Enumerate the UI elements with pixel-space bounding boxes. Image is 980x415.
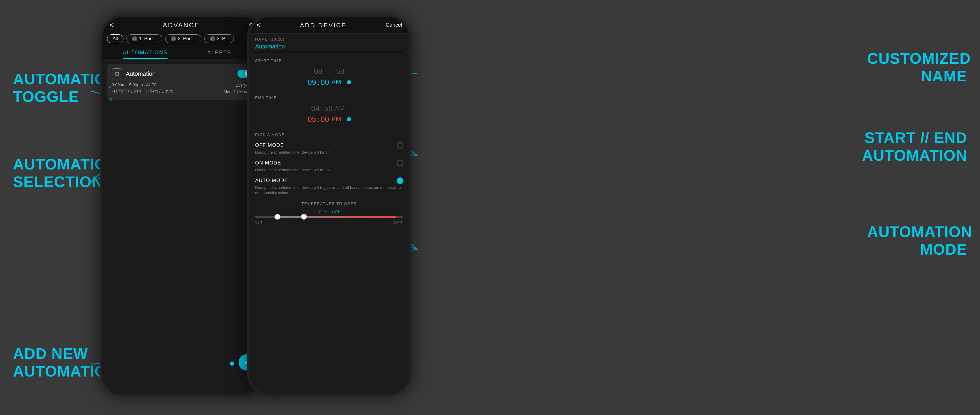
slider-ends: 32°F 194°F xyxy=(255,220,403,224)
automation-card-details: 9:00am - 5:00pm · AUTO · H 75°F / L 54°F… xyxy=(112,82,253,95)
p2-title: ADD DEVICE xyxy=(300,22,346,29)
sel-indicator-1 xyxy=(109,86,112,89)
end-min-inactive: 59 xyxy=(324,104,333,113)
port2-icon: ⬡ xyxy=(171,36,176,41)
p1-header: < ADVANCE ⚙ xyxy=(102,17,262,32)
start-hour-active: 09 xyxy=(307,78,316,87)
temp-slider-track[interactable] xyxy=(255,216,403,218)
end-time-dot xyxy=(347,117,351,121)
annotation-automation-mode: AUTOMATION MODE xyxy=(867,223,967,258)
phone-2: < ADD DEVICE Cancel NAME (10/20) Automat… xyxy=(247,15,412,396)
start-time-dot xyxy=(347,80,351,84)
p2-back-button[interactable]: < xyxy=(256,21,261,30)
tab-port2[interactable]: ⬡ 2: Port... xyxy=(165,34,201,43)
name-label: NAME (10/20) xyxy=(255,37,403,41)
mode-off-row[interactable]: OFF MODE xyxy=(255,140,403,149)
end-ampm-inactive: AM xyxy=(333,105,347,112)
end-hour-active: 05 xyxy=(307,115,316,124)
start-ampm: AM xyxy=(329,78,344,86)
name-underline xyxy=(255,52,403,52)
pick-mode-label: PICK A MODE xyxy=(255,133,403,137)
port3-icon: ⬡ xyxy=(210,36,215,41)
off-mode-radio[interactable] xyxy=(397,142,403,149)
p1-content: ⊡ Automation 9:00am - 5:00pm · AUTO · H … xyxy=(102,59,262,109)
slider-thumb-low[interactable] xyxy=(275,214,280,220)
automation-card-header: ⊡ Automation xyxy=(112,68,253,79)
name-section: NAME (10/20) Automation xyxy=(249,33,409,55)
p2-content: NAME (10/20) Automation START TIME 08 : … xyxy=(249,33,409,227)
start-time-label: START TIME xyxy=(255,59,403,63)
end-ampm-active: PM xyxy=(329,116,344,123)
p1-title: ADVANCE xyxy=(163,21,200,29)
slider-max: 194°F xyxy=(393,220,403,224)
slider-fill xyxy=(277,216,396,218)
automation-card[interactable]: ⊡ Automation 9:00am - 5:00pm · AUTO · H … xyxy=(107,64,258,100)
p2-header: < ADD DEVICE Cancel xyxy=(249,17,409,33)
end-time-section: END TIME 04 : 59 AM 05 : 00 PM xyxy=(249,92,409,129)
mode-section: PICK A MODE OFF MODE During the schedule… xyxy=(249,129,409,196)
annotation-start-end-automation: START // END AUTOMATION xyxy=(855,129,967,165)
start-time-inactive: 08 : 59 xyxy=(255,65,403,77)
slider-min: 32°F xyxy=(255,220,263,224)
mode-auto-row[interactable]: AUTO MODE xyxy=(255,175,403,184)
off-mode-desc: During the scheduled time, device will b… xyxy=(255,150,403,155)
phone-1: < ADVANCE ⚙ All ⬡ 1: Port... ⬡ 2: Port..… xyxy=(100,15,264,396)
p1-back-button[interactable]: < xyxy=(109,21,114,30)
tab-automations[interactable]: AUTOMATIONS xyxy=(108,46,182,59)
temp-trigger-section: TEMPERATURE TRIGGER 54°F 75°F 32°F 194°F xyxy=(249,198,409,227)
end-time-active[interactable]: 05 : 00 PM xyxy=(255,114,403,126)
tab-all[interactable]: All xyxy=(107,34,124,43)
end-time-inactive: 04 : 59 AM xyxy=(255,101,403,114)
automation-card-left: ⊡ Automation xyxy=(112,68,156,79)
tab-port3[interactable]: ⬡ 3: P... xyxy=(204,34,234,43)
temp-low-label: 54°F xyxy=(318,209,327,214)
end-time-label: END TIME xyxy=(255,95,403,100)
end-min-active: 00 xyxy=(321,115,329,124)
annotation-automation-toggle: AUTOMATION TOGGLE xyxy=(13,70,101,106)
start-hour-inactive: 08 xyxy=(314,67,323,76)
temp-high-label: 75°F xyxy=(332,209,340,214)
start-min-active: 00 xyxy=(321,78,329,87)
annotation-automation-selections: AUTOMATION SELECTIONS xyxy=(13,156,101,191)
slider-thumb-high[interactable] xyxy=(301,214,307,220)
temp-trigger-label: TEMPERATURE TRIGGER xyxy=(255,201,403,206)
automation-detail-text: 9:00am - 5:00pm · AUTO · H 75°F / L 54°F… xyxy=(112,82,173,94)
on-mode-name: ON MODE xyxy=(255,160,281,166)
on-mode-radio[interactable] xyxy=(397,160,403,166)
annotation-add-new-automation: ADD NEW AUTOMATION xyxy=(13,345,101,380)
start-time-section: START TIME 08 : 59 09 : 00 AM xyxy=(249,55,409,92)
automation-icon: ⊡ xyxy=(112,68,122,79)
end-hour-inactive: 04 xyxy=(311,104,320,113)
off-mode-name: OFF MODE xyxy=(255,143,284,148)
tab-port1[interactable]: ⬡ 1: Port... xyxy=(126,34,162,43)
name-input[interactable]: Automation xyxy=(255,43,403,50)
auto-mode-radio[interactable] xyxy=(397,177,403,184)
mode-on-row[interactable]: ON MODE xyxy=(255,157,403,167)
on-mode-desc: During the scheduled time, device will b… xyxy=(255,168,403,173)
automation-name: Automation xyxy=(126,70,156,77)
start-min-inactive: 59 xyxy=(336,67,345,76)
auto-mode-name: AUTO MODE xyxy=(255,178,288,184)
auto-mode-desc: During the scheduled time, device will t… xyxy=(255,185,403,196)
p2-cancel-button[interactable]: Cancel xyxy=(386,22,402,28)
start-time-active[interactable]: 09 : 00 AM xyxy=(255,77,403,89)
sel-indicator-2 xyxy=(109,98,112,101)
port1-icon: ⬡ xyxy=(132,36,137,41)
tab-alerts[interactable]: ALERTS xyxy=(182,46,256,59)
temp-range-labels: 54°F 75°F xyxy=(255,209,403,214)
p1-tabs-scroll: All ⬡ 1: Port... ⬡ 2: Port... ⬡ 3: P... xyxy=(102,32,262,46)
annotation-customized-name: CUSTOMIZED NAME xyxy=(867,50,967,85)
fab-dot xyxy=(230,361,234,366)
p1-nav-tabs: AUTOMATIONS ALERTS xyxy=(102,46,262,59)
